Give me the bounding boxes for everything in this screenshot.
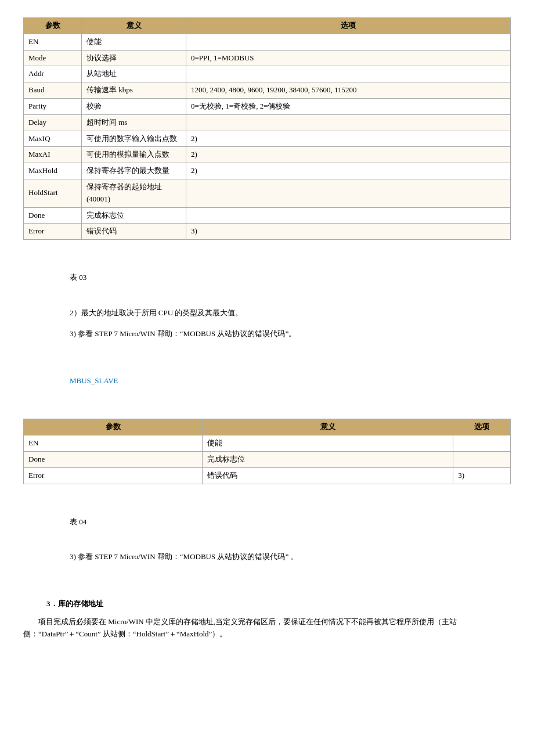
spacer9 [23,569,511,578]
table1-row: Delay超时时间 ms [24,114,511,131]
table1-header-options: 选项 [186,18,511,34]
table2-row: Error错误代码3) [24,467,511,484]
table1-row: Done完成标志位 [24,207,511,224]
table1-cell-meaning: 保持寄存器的起始地址(40001) [82,179,186,207]
table2-container: 参数 意义 选项 EN使能Done完成标志位Error错误代码3) [23,419,511,484]
spacer10 [23,578,511,586]
table1-header-meaning: 意义 [82,18,186,34]
caption2: 表 04 [70,516,511,528]
table1-cell-param: Done [24,207,82,224]
table1-row: MaxHold保持寄存器字的最大数量2) [24,163,511,179]
table1-cell-meaning: 协议选择 [82,50,186,66]
table2-cell-option [453,451,511,467]
table1-cell-option: 0=PPI, 1=MODBUS [186,50,511,66]
section3-body1: 项目完成后必须要在 Micro/WIN 中定义库的存储地址,当定义完存储区后，要… [23,616,511,640]
table1-row: EN使能 [24,34,511,50]
table1-cell-meaning: 从站地址 [82,66,186,82]
mbus-slave-label: MBUS_SLAVE [70,375,511,387]
table2: 参数 意义 选项 EN使能Done完成标志位Error错误代码3) [23,419,511,484]
table1-cell-option: 2) [186,163,511,179]
table1-cell-param: Baud [24,82,82,99]
table1-cell-option [186,34,511,50]
table1-cell-option [186,179,511,207]
spacer6 [23,404,511,413]
table1-row: HoldStart保持寄存器的起始地址(40001) [24,179,511,207]
table2-cell-param: Error [24,467,203,484]
table1-cell-meaning: 完成标志位 [82,207,186,224]
table1: 参数 意义 选项 EN使能Mode协议选择0=PPI, 1=MODBUSAddr… [23,17,511,240]
table2-cell-meaning: 错误代码 [203,467,453,484]
table1-row: Mode协议选择0=PPI, 1=MODBUS [24,50,511,66]
table2-cell-meaning: 完成标志位 [203,451,453,467]
table2-cell-param: EN [24,435,203,452]
spacer1 [23,251,511,260]
table1-row: Addr从站地址 [24,66,511,82]
table1-row: MaxIQ可使用的数字输入输出点数2) [24,131,511,147]
table1-cell-meaning: 可使用的模拟量输入点数 [82,147,186,163]
spacer8 [23,534,511,542]
table1-cell-param: HoldStart [24,179,82,207]
table1-cell-meaning: 校验 [82,98,186,114]
table1-header-param: 参数 [24,18,82,34]
table2-header-options: 选项 [453,419,511,435]
table1-cell-meaning: 传输速率 kbps [82,82,186,99]
table1-cell-meaning: 错误代码 [82,224,186,240]
table1-cell-meaning: 使能 [82,34,186,50]
table1-cell-param: MaxIQ [24,131,82,147]
table2-cell-option [453,435,511,452]
note3: 3) 参看 STEP 7 Micro/WIN 帮助：“MODBUS 从站协议的错… [70,551,511,563]
table1-cell-param: Addr [24,66,82,82]
table1-cell-meaning: 保持寄存器字的最大数量 [82,163,186,179]
table1-row: Error错误代码3) [24,224,511,240]
table1-cell-param: EN [24,34,82,50]
note2: 3) 参看 STEP 7 Micro/WIN 帮助：“MODBUS 从站协议的错… [70,328,511,340]
table1-cell-option [186,66,511,82]
table1-cell-param: Delay [24,114,82,131]
table2-row: EN使能 [24,435,511,452]
spacer5 [23,395,511,404]
table1-cell-param: Error [24,224,82,240]
spacer4 [23,355,511,363]
spacer3 [23,346,511,355]
table1-cell-param: Parity [24,98,82,114]
table1-cell-option: 2) [186,131,511,147]
table2-cell-option: 3) [453,467,511,484]
caption1: 表 03 [70,272,511,284]
table1-cell-option: 0=无校验, 1=奇校验, 2=偶校验 [186,98,511,114]
spacer7 [23,496,511,505]
table2-cell-param: Done [24,451,203,467]
table1-cell-meaning: 超时时间 ms [82,114,186,131]
table1-row: Parity校验0=无校验, 1=奇校验, 2=偶校验 [24,98,511,114]
table2-header-meaning: 意义 [203,419,453,435]
table1-cell-option [186,114,511,131]
table1-cell-param: MaxHold [24,163,82,179]
table1-cell-option: 3) [186,224,511,240]
table1-cell-option: 1200, 2400, 4800, 9600, 19200, 38400, 57… [186,82,511,99]
table2-header-row: 参数 意义 选项 [24,419,511,435]
table1-row: MaxAI可使用的模拟量输入点数2) [24,147,511,163]
table1-cell-param: MaxAI [24,147,82,163]
table1-cell-param: Mode [24,50,82,66]
table1-header-row: 参数 意义 选项 [24,18,511,34]
table1-row: Baud传输速率 kbps1200, 2400, 4800, 9600, 192… [24,82,511,99]
spacer2 [23,290,511,298]
table2-row: Done完成标志位 [24,451,511,467]
table1-container: 参数 意义 选项 EN使能Mode协议选择0=PPI, 1=MODBUSAddr… [23,17,511,240]
table1-cell-meaning: 可使用的数字输入输出点数 [82,131,186,147]
table2-header-param: 参数 [24,419,203,435]
table1-cell-option [186,207,511,224]
section3-heading: 3．库的存储地址 [46,598,511,610]
table1-cell-option: 2) [186,147,511,163]
table2-cell-meaning: 使能 [203,435,453,452]
note1: 2）最大的地址取决于所用 CPU 的类型及其最大值。 [70,307,511,319]
